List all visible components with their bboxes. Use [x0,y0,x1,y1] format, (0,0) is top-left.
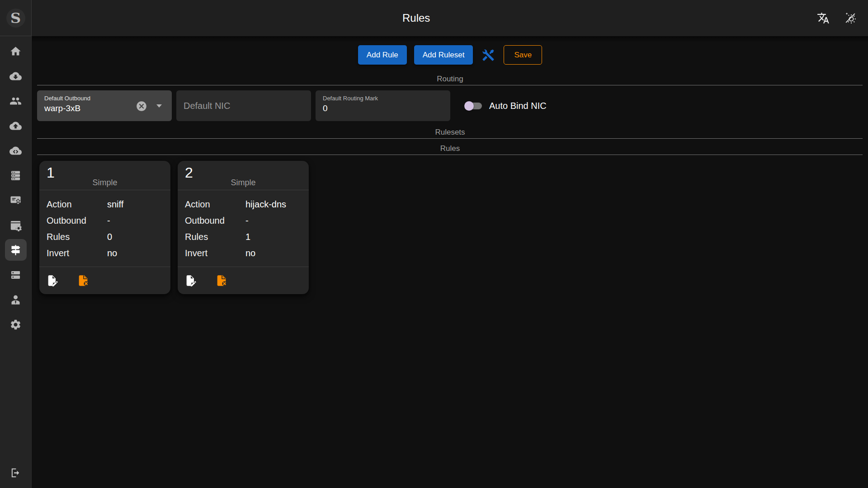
delete-file-icon [77,274,90,287]
caret-down-icon[interactable] [156,104,162,108]
tools-button[interactable] [480,47,496,63]
translate-icon [817,12,830,24]
sidebar-item-admin[interactable] [5,289,27,310]
card-row: Invertno [47,245,163,261]
save-button[interactable]: Save [504,45,542,65]
theme-toggle-button[interactable] [844,11,857,25]
language-button[interactable] [816,11,830,25]
card-row: Rules0 [47,229,163,245]
sidebar-item-settings[interactable] [5,314,27,335]
rule-card-1: 1SimpleActionsniffOutbound-Rules0Invertn… [39,161,170,294]
card-row: Invertno [185,245,302,261]
divider [37,155,863,155]
rule-type: Simple [178,178,309,188]
admin-icon [9,294,22,306]
divider [37,138,863,139]
tools-icon [481,48,495,62]
app-header: S Rules [0,0,868,36]
default-routing-mark-field: Default Routing Mark [316,90,450,121]
card-row: Rules1 [185,229,302,245]
sidebar-item-cloud-upload[interactable] [5,115,27,136]
card-row-label: Rules [185,232,245,242]
card-row-label: Rules [47,232,107,242]
cloud-code-icon [9,145,22,157]
add-rule-button[interactable]: Add Rule [358,45,407,65]
edit-rule-button[interactable] [46,274,59,287]
default-routing-mark-input[interactable] [323,103,443,113]
edit-rule-button[interactable] [184,274,197,287]
card-row-label: Invert [185,248,245,258]
sidebar-item-storage[interactable] [5,264,27,286]
card-row-value: hijack-dns [245,199,286,210]
delete-file-icon [215,274,228,287]
rule-type: Simple [39,178,170,188]
cloud-download-icon [9,70,22,82]
card-row: Actionsniff [47,196,163,212]
users-icon [9,95,22,107]
logout-button[interactable] [5,463,27,483]
card-row-label: Outbound [185,216,245,226]
logout-icon [9,467,22,479]
home-icon [9,45,22,57]
sidebar-item-server-stack[interactable] [5,164,27,186]
appbar-actions [816,11,857,25]
edit-file-icon [184,274,197,287]
toggle-thumb [464,101,474,111]
sidebar-item-cloud-code[interactable] [5,140,27,161]
default-nic-input[interactable] [184,101,304,111]
rule-card-2: 2SimpleActionhijack-dnsOutbound-Rules1In… [178,161,309,294]
card-header: 2Simple [178,161,309,190]
sidebar-item-users[interactable] [5,90,27,112]
card-body: Actionhijack-dnsOutbound-Rules1Invertno [178,190,309,267]
card-row-value: - [245,216,249,226]
edit-file-icon [46,274,59,287]
delete-rule-button[interactable] [77,274,90,287]
card-row-label: Action [185,199,245,210]
app-logo: S [6,9,25,28]
card-row-value: no [245,248,255,258]
clear-outbound-button[interactable] [136,100,147,112]
panel-cog-icon [9,219,22,231]
card-row: Actionhijack-dns [185,196,302,212]
section-title-rulesets: Rulesets [32,128,868,137]
sidebar-item-cloud-download[interactable] [5,65,27,87]
card-row: Outbound- [185,212,302,229]
close-circle-icon [136,100,147,112]
card-row: Outbound- [47,212,163,229]
card-row-value: 1 [245,232,250,242]
card-footer [178,267,309,294]
sidebar-item-certificate[interactable] [5,189,27,211]
app-bar: Rules [32,0,868,36]
card-body: ActionsniffOutbound-Rules0Invertno [39,190,170,267]
card-footer [39,267,170,294]
cloud-upload-icon [9,120,22,132]
section-title-rules: Rules [32,144,868,153]
default-routing-mark-label: Default Routing Mark [323,95,443,102]
delete-rule-button[interactable] [215,274,228,287]
card-header: 1Simple [39,161,170,190]
theme-auto-icon [844,12,857,24]
certificate-icon [9,194,22,206]
card-row-value: sniff [107,199,123,210]
auto-bind-nic-toggle-row: Auto Bind NIC [465,101,547,111]
server-stack-icon [9,169,22,182]
toolbar: Add Rule Add Ruleset Save [32,45,868,65]
auto-bind-nic-label: Auto Bind NIC [489,101,547,111]
sidebar-item-panel-config[interactable] [5,214,27,236]
default-nic-field [176,90,311,121]
card-row-value: 0 [107,232,112,242]
routing-form: Default Outbound warp-3xB Default Routin… [37,90,868,121]
divider [37,85,863,85]
add-ruleset-button[interactable]: Add Ruleset [414,45,473,65]
default-outbound-select[interactable]: Default Outbound warp-3xB [37,90,172,121]
auto-bind-nic-toggle[interactable] [465,103,482,109]
signpost-icon [9,244,22,256]
page-title: Rules [402,0,430,36]
sidebar-item-home[interactable] [5,40,27,62]
section-title-routing: Routing [32,75,868,84]
card-row-label: Action [47,199,107,210]
rule-cards-row: 1SimpleActionsniffOutbound-Rules0Invertn… [39,161,868,294]
card-row-label: Invert [47,248,107,258]
main-content: Add Rule Add Ruleset Save Routing Defaul… [32,36,868,488]
sidebar-item-rules[interactable] [5,239,27,261]
